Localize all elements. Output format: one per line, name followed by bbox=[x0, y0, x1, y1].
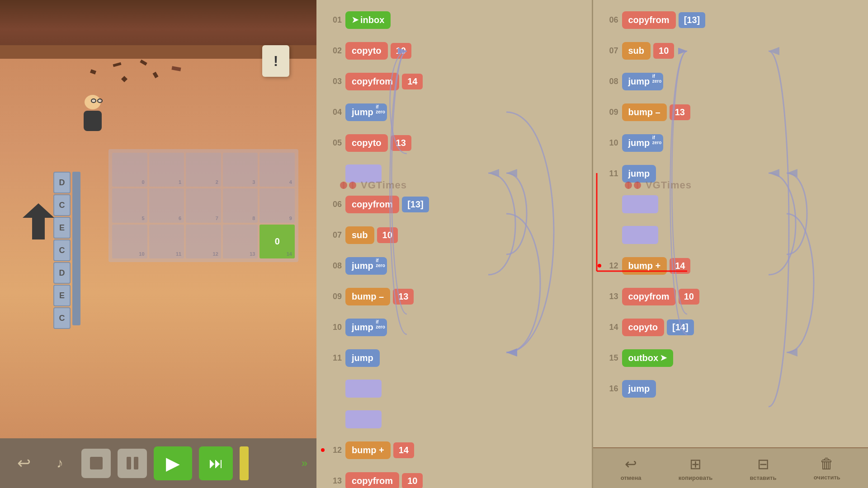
line-num-08: 08 bbox=[320, 261, 342, 271]
code-row-03: 03 copyfrom 14 bbox=[316, 66, 592, 97]
clear-toolbar-button[interactable]: 🗑 очистить bbox=[814, 455, 840, 481]
clear-label: очистить bbox=[814, 474, 840, 481]
code-row-r-blank2 bbox=[593, 220, 868, 250]
step-button[interactable]: ⏭ bbox=[199, 446, 233, 480]
instr-13[interactable]: copyfrom 10 bbox=[345, 472, 423, 488]
code-row-r14: 14 copyto [14] bbox=[593, 312, 868, 343]
instr-r16[interactable]: jump bbox=[622, 380, 656, 398]
r-jump16-pill[interactable]: jump bbox=[622, 380, 656, 398]
instr-06[interactable]: copyfrom [13] bbox=[345, 196, 429, 213]
r-blank-connector-2 bbox=[622, 226, 658, 244]
line-num-03: 03 bbox=[320, 77, 342, 86]
r-copyto14-pill[interactable]: copyto bbox=[622, 319, 665, 336]
r-jumpifzero10-pill[interactable]: jump ifzero bbox=[622, 134, 664, 152]
copyto-arg: 10 bbox=[391, 43, 411, 59]
sub-arg: 10 bbox=[377, 227, 398, 243]
instr-r11[interactable]: jump bbox=[622, 165, 656, 183]
instr-10[interactable]: jump ifzero bbox=[345, 319, 387, 336]
r-copyfrom13-pill[interactable]: copyfrom bbox=[622, 11, 676, 29]
r-bumppos-pill[interactable]: bump + bbox=[622, 257, 667, 275]
bumppos-pill[interactable]: bump + bbox=[345, 441, 391, 459]
copyfrom-pill[interactable]: copyfrom bbox=[345, 73, 399, 90]
instr-09[interactable]: bump – 13 bbox=[345, 288, 414, 305]
code-row-r16: 16 jump bbox=[593, 373, 868, 404]
jumpifzero08-pill[interactable]: jump ifzero bbox=[345, 257, 387, 275]
line-num-r14: 14 bbox=[597, 323, 618, 332]
instr-01[interactable]: ➤ inbox bbox=[345, 11, 391, 29]
character-glasses bbox=[91, 99, 104, 103]
grid-cell-3: 3 bbox=[223, 153, 258, 187]
instr-r07[interactable]: sub 10 bbox=[622, 42, 675, 60]
code-row-11: 11 jump bbox=[316, 343, 592, 373]
jump11-pill[interactable]: jump bbox=[345, 349, 380, 367]
stop-button[interactable] bbox=[81, 449, 111, 478]
code-row-06: 06 copyfrom [13] bbox=[316, 189, 592, 220]
undo-toolbar-button[interactable]: ↩ отмена bbox=[621, 455, 642, 481]
speed-bar[interactable] bbox=[240, 446, 249, 480]
sub-pill[interactable]: sub bbox=[345, 226, 374, 244]
r-sub-pill[interactable]: sub bbox=[622, 42, 651, 60]
code-row-r13: 13 copyfrom 10 bbox=[593, 281, 868, 312]
instr-r06[interactable]: copyfrom [13] bbox=[622, 11, 706, 29]
instr-07[interactable]: sub 10 bbox=[345, 226, 398, 244]
r-jumpifzero08-pill[interactable]: jump ifzero bbox=[622, 73, 664, 90]
character bbox=[79, 95, 106, 131]
instr-r12[interactable]: bump + 14 bbox=[622, 257, 691, 275]
bumpneg-arg: 13 bbox=[393, 289, 414, 305]
r-copyfrom10-pill[interactable]: copyfrom bbox=[622, 288, 676, 305]
copyfrom13-arg: [13] bbox=[402, 197, 429, 212]
exclaim-box: ! bbox=[262, 45, 289, 77]
paste-toolbar-icon: ⊟ bbox=[757, 455, 769, 473]
instr-r09[interactable]: bump – 13 bbox=[622, 103, 690, 121]
outbox-pill[interactable]: outbox ➤ bbox=[622, 349, 674, 367]
paste-toolbar-button[interactable]: ⊟ вставить bbox=[750, 455, 777, 481]
code-panel-left[interactable]: 01 ➤ inbox 02 copyto 10 03 copyfrom 14 bbox=[316, 0, 593, 488]
side-letter-c: C bbox=[53, 194, 71, 216]
grid-cell-6: 6 bbox=[149, 188, 184, 222]
r-blank-connector-1 bbox=[622, 195, 658, 213]
copy-toolbar-button[interactable]: ⊞ копировать bbox=[679, 455, 712, 481]
instr-05[interactable]: copyto 13 bbox=[345, 134, 411, 152]
play-button[interactable]: ▶ bbox=[154, 446, 192, 480]
copyfrom-arg: 14 bbox=[402, 74, 423, 89]
line-num-04: 04 bbox=[320, 108, 342, 117]
instr-08[interactable]: jump ifzero bbox=[345, 257, 387, 275]
instr-11[interactable]: jump bbox=[345, 349, 380, 367]
instr-r15[interactable]: outbox ➤ bbox=[622, 349, 674, 367]
outbox-arrow-icon: ➤ bbox=[660, 353, 667, 363]
jumpifzero-pill[interactable]: jump ifzero bbox=[345, 103, 387, 121]
code-row-r12: 12 bump + 14 bbox=[593, 250, 868, 281]
pause-button[interactable] bbox=[118, 449, 147, 478]
jumpifzero10-pill[interactable]: jump ifzero bbox=[345, 319, 387, 336]
instr-r13[interactable]: copyfrom 10 bbox=[622, 288, 699, 305]
instr-02[interactable]: copyto 10 bbox=[345, 42, 411, 60]
instr-12[interactable]: bump + 14 bbox=[345, 441, 414, 459]
copyfrom13-pill[interactable]: copyfrom bbox=[345, 196, 399, 213]
copy-toolbar-icon: ⊞ bbox=[689, 455, 702, 473]
copyfrom10-arg: 10 bbox=[402, 473, 423, 488]
instr-r14[interactable]: copyto [14] bbox=[622, 319, 694, 336]
bumpneg-pill[interactable]: bump – bbox=[345, 288, 390, 305]
grid-cell-12: 12 bbox=[186, 225, 221, 258]
line-num-r11: 11 bbox=[597, 169, 618, 178]
code-row-r11: 11 jump bbox=[593, 158, 868, 189]
instr-r08[interactable]: jump ifzero bbox=[622, 73, 664, 90]
floor-grid: 0 1 2 3 4 5 6 7 8 9 10 11 12 13 0 14 bbox=[108, 149, 298, 262]
copyfrom10-pill[interactable]: copyfrom bbox=[345, 472, 399, 488]
music-button[interactable]: ♪ bbox=[45, 449, 75, 478]
line-num-11: 11 bbox=[320, 353, 342, 363]
copyto13-pill[interactable]: copyto bbox=[345, 134, 388, 152]
bottom-controls: ↩ ♪ ▶ ⏭ » bbox=[0, 438, 316, 488]
instr-r10[interactable]: jump ifzero bbox=[622, 134, 664, 152]
r-copyto14-arg: [14] bbox=[667, 319, 694, 335]
copyto-pill[interactable]: copyto bbox=[345, 42, 388, 60]
inbox-pill[interactable]: ➤ inbox bbox=[345, 11, 391, 29]
code-panel-right[interactable]: 06 copyfrom [13] 07 sub 10 08 jump ifzer… bbox=[593, 0, 868, 488]
undo-button[interactable]: ↩ bbox=[9, 449, 38, 478]
r-bumpneg-pill[interactable]: bump – bbox=[622, 103, 667, 121]
grid-cell-7: 7 bbox=[186, 188, 221, 222]
undo-toolbar-icon: ↩ bbox=[625, 455, 637, 473]
r-jump11-pill[interactable]: jump bbox=[622, 165, 656, 183]
instr-03[interactable]: copyfrom 14 bbox=[345, 73, 423, 90]
instr-04[interactable]: jump ifzero bbox=[345, 103, 387, 121]
